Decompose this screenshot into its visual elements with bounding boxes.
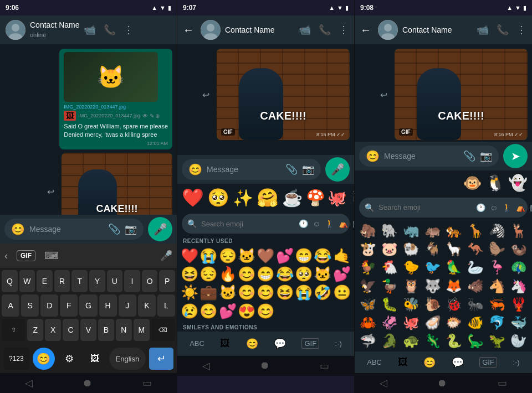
an-4[interactable]: 🦛 <box>422 222 443 239</box>
kb-key-g[interactable]: G <box>79 294 97 317</box>
nav-home-3[interactable]: ⏺ <box>437 378 447 389</box>
an-53[interactable]: 🐍 <box>444 332 464 349</box>
em-27[interactable]: 😐 <box>333 284 351 301</box>
emoji-cat-clock[interactable]: 🕐 <box>299 219 308 228</box>
em-10[interactable]: 😆 <box>181 266 198 283</box>
kb-key-o[interactable]: O <box>142 270 158 292</box>
an-11[interactable]: 🐏 <box>401 240 422 257</box>
more-icon-1[interactable]: ⋮ <box>124 24 134 36</box>
emoji-cat-nature[interactable]: ⛺ <box>339 219 348 228</box>
forward-icon-2[interactable]: ↩ <box>202 89 209 100</box>
feat-ghost-s[interactable]: 👻 <box>508 174 528 192</box>
an-1[interactable]: 🦣 <box>358 222 378 239</box>
send-button-3[interactable]: ➤ <box>503 144 528 168</box>
kb-key-t[interactable]: T <box>71 270 88 292</box>
kb-key-f[interactable]: F <box>60 294 78 317</box>
an-27[interactable]: 🦉 <box>401 277 422 294</box>
an-47[interactable]: 🐬 <box>487 314 508 331</box>
camera-icon-1[interactable]: 📷 <box>125 223 137 235</box>
an-3[interactable]: 🦏 <box>401 222 422 239</box>
feat-pleading[interactable]: 🥺 <box>207 187 229 208</box>
an-36[interactable]: 🐌 <box>422 296 443 313</box>
em-22[interactable]: 😊 <box>238 284 255 301</box>
kb-key-c[interactable]: C <box>63 319 79 341</box>
an-31[interactable]: 🐴 <box>487 277 508 294</box>
em-11[interactable]: 😔 <box>200 266 217 283</box>
an-6[interactable]: 🦒 <box>466 222 486 239</box>
kb-extra-1[interactable]: ⌨ <box>44 250 59 262</box>
em-28[interactable]: 😢 <box>181 303 198 320</box>
kb-enter-key[interactable]: ↵ <box>149 348 173 370</box>
em-12[interactable]: 🔥 <box>219 266 237 283</box>
emoji-icon-1[interactable]: 😊 <box>11 223 25 236</box>
kb-key-l[interactable]: L <box>157 294 175 317</box>
em-30[interactable]: 💕 <box>219 303 237 320</box>
kb-key-p[interactable]: P <box>159 270 175 292</box>
kb-shift[interactable]: ⇧ <box>2 319 25 341</box>
an-7[interactable]: 🦓 <box>487 222 508 239</box>
contact-avatar-3[interactable] <box>378 20 398 40</box>
anim-cat-clock[interactable]: 🕐 <box>476 203 485 212</box>
em-4[interactable]: 🐱 <box>238 247 255 265</box>
kb-space-key[interactable]: English <box>109 348 146 370</box>
feat-heart[interactable]: ❤️ <box>182 187 204 208</box>
an-44[interactable]: 🦪 <box>422 314 443 331</box>
nav-recent-3[interactable]: ▭ <box>498 377 507 389</box>
an-40[interactable]: 🦞 <box>508 296 529 313</box>
eb-abc[interactable]: ABC <box>190 339 204 348</box>
attach-icon-1[interactable]: 📎 <box>108 223 120 235</box>
kb-gif-btn-1[interactable]: GIF <box>17 250 35 261</box>
kb-key-d[interactable]: D <box>40 294 58 317</box>
forward-icon-1[interactable]: ↩ <box>47 186 54 196</box>
emoji-icon-2[interactable]: 😊 <box>188 163 202 176</box>
kb-emoji-circle-1[interactable]: 😊 <box>33 348 55 370</box>
em-14[interactable]: 😁 <box>257 266 274 283</box>
an-52[interactable]: 🦎 <box>422 332 443 349</box>
animal-search-bar-3[interactable]: 🔍 🕐 ☺ 🚶 ⛺ ▦ 🔑 <box>359 198 528 218</box>
em-16[interactable]: 🥺 <box>295 266 313 283</box>
phone-icon-2[interactable]: 📞 <box>319 24 331 36</box>
an-12[interactable]: 🐐 <box>422 240 443 257</box>
contact-avatar-2[interactable] <box>201 20 221 40</box>
kb-settings-key[interactable]: ⚙ <box>58 348 80 370</box>
an-32[interactable]: 🦄 <box>508 277 529 294</box>
back-btn-2[interactable]: ← <box>183 24 194 37</box>
emoji-cat-people[interactable]: 🚶 <box>325 219 334 228</box>
more-icon-3[interactable]: ⋮ <box>516 24 526 36</box>
an-18[interactable]: 🐔 <box>380 258 400 276</box>
an-25[interactable]: 🦅 <box>358 277 378 294</box>
anim-cat-nature[interactable]: ⛺ <box>516 203 525 212</box>
an-8[interactable]: 🦌 <box>508 222 529 239</box>
kb-key-z[interactable]: Z <box>27 319 43 341</box>
an-38[interactable]: 🐜 <box>466 296 486 313</box>
kb-key-n[interactable]: N <box>116 319 132 341</box>
an-41[interactable]: 🦀 <box>358 314 378 331</box>
feat-monkey[interactable]: 🐵 <box>463 174 482 192</box>
em-25[interactable]: 😭 <box>295 284 313 301</box>
kb-key-x[interactable]: X <box>45 319 61 341</box>
an-20[interactable]: 🐦 <box>422 258 443 276</box>
forward-icon-3[interactable]: ↩ <box>380 89 387 100</box>
an-39[interactable]: 🦐 <box>487 296 508 313</box>
kb-key-m[interactable]: M <box>134 319 150 341</box>
an-16[interactable]: 🦦 <box>508 240 529 257</box>
an-51[interactable]: 🐢 <box>401 332 422 349</box>
mic-button-1[interactable]: 🎤 <box>148 217 172 241</box>
nav-recent-2[interactable]: ▭ <box>320 360 329 372</box>
kb-key-b[interactable]: B <box>98 319 114 341</box>
em-3[interactable]: 😔 <box>219 247 237 265</box>
kb-key-k[interactable]: K <box>138 294 156 317</box>
ab-chat[interactable]: 💬 <box>452 356 464 369</box>
em-26[interactable]: 🤣 <box>314 284 331 301</box>
an-34[interactable]: 🐛 <box>380 296 400 313</box>
kb-key-y[interactable]: Y <box>89 270 105 292</box>
camera-icon-2[interactable]: 📷 <box>302 163 314 175</box>
eb-emoji[interactable]: 😊 <box>246 338 258 350</box>
em-15[interactable]: 😂 <box>276 266 294 283</box>
em-7[interactable]: 😁 <box>295 247 313 265</box>
feat-penguin-s[interactable]: 🐧 <box>485 174 505 192</box>
an-17[interactable]: 🐓 <box>358 258 378 276</box>
video-call-icon-2[interactable]: 📹 <box>299 24 311 36</box>
nav-back-1[interactable]: ◁ <box>25 377 33 389</box>
sticker-octopus[interactable]: 🐙 <box>328 189 347 207</box>
